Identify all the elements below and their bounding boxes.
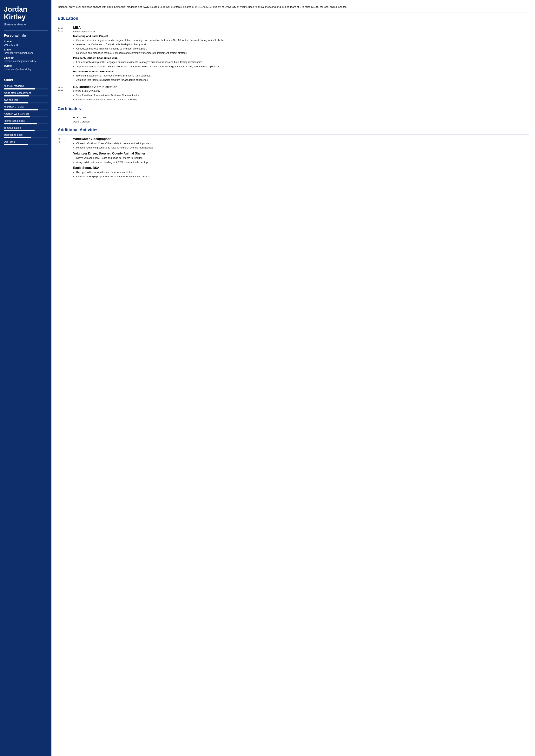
sub-activity-bullet: Drove vanloads of 50+ cats and dogs per … [76,156,529,160]
activity-content: Whitewater Videographer Chased rafts dow… [73,137,529,179]
sub-activity-title: Eagle Scout, BSA [73,166,529,170]
edu-project-title: Marketing and Sales Project [73,35,529,38]
email-value: jordanzkirtley@gmail.com [4,51,47,54]
skill-bar [4,102,47,103]
skill-bar [4,123,47,125]
twitter-value: twitter.com/jordanzkirtley [4,68,47,70]
edu-bullet: Admitted into Masters Scholar program fo… [76,78,529,82]
edu-bullet: Completed 6-credit senior project in fin… [76,98,529,101]
skill-name: financial modeling [4,84,47,87]
education-section: Education 2017 -2019 MBA University of M… [58,16,529,102]
sub-activity-bullet: Completed Eagle project that raised $4,3… [76,175,529,179]
edu-bullet: Conducted senior project in market segme… [76,38,529,42]
edu-school: University of Miami [73,30,529,33]
skill-bar [4,144,47,145]
linkedin-label: LinkedIn [4,56,47,59]
skill-item: Microsoft BI Suite [4,105,47,110]
candidate-title: Business Analyst [4,23,47,26]
phone-label: Phone [4,40,47,43]
sidebar-divider-1 [4,31,47,31]
skills-list: financial modeling future state assessme… [4,84,47,145]
education-entry: 2013 -2017 BS Business Administration Fl… [58,85,529,102]
edu-content: BS Business Administration Florida State… [73,85,529,102]
certificates-section: Certificates ECBA, IIBAAWS Certified [58,106,529,123]
edu-degree: MBA [73,26,529,30]
skill-name: work ethic [4,140,47,143]
education-title: Education [58,16,529,21]
edu-years: 2017 -2019 [58,26,73,82]
certificate-item: AWS Certified [58,120,529,123]
name-line2: Kirtley [4,13,26,21]
skill-name: gap analysis [4,98,47,101]
certificate-item: ECBA, IIBA [58,116,529,119]
education-list: 2017 -2019 MBA University of Miami Marke… [58,26,529,102]
skill-name: Microsoft BI Suite [4,105,47,108]
edu-school: Florida State University [73,89,529,92]
sub-activity-bullet: Recognized for work ethic and interperso… [76,170,529,174]
skill-bar [4,95,47,97]
skills-section: Skills financial modeling future state a… [4,78,47,145]
sub-activity-title: Volunteer Driver, Broward County Animal … [73,152,529,155]
edu-bullets: Led energetic group of 30+ engaged busin… [76,60,529,68]
skill-bar [4,130,47,131]
edu-bullets: Conducted senior project in market segme… [76,38,529,55]
summary: Insightful entry-level business analyst … [58,5,529,13]
edu-bullet: Conducted rigorous financial modeling to… [76,47,529,51]
edu-project-title: Pursued Educational Excellence [73,70,529,73]
activities-list: 2015 -2019 Whitewater Videographer Chase… [58,137,529,179]
sub-activity-bullets: Recognized for work ethic and interperso… [76,170,529,179]
edu-degree: BS Business Administration [73,85,529,89]
skill-item: work ethic [4,140,47,145]
twitter-label: Twitter [4,65,47,67]
phone-value: 305-730-3464 [4,43,47,46]
education-entry: 2017 -2019 MBA University of Miami Marke… [58,26,529,82]
edu-years: 2013 -2017 [58,85,73,102]
name-line1: Jordan [4,5,27,13]
sub-activity-bullets: Drove vanloads of 50+ cats and dogs per … [76,156,529,164]
edu-bullet: Excelled in accounting, macroeconomics, … [76,74,529,78]
skill-name: interpersonal skills [4,119,47,122]
skill-bar-fill [4,109,38,110]
sub-activity-bullet: Analyzed & restructured loading to fit 2… [76,160,529,164]
skill-bar [4,116,47,117]
skill-item: Amazon Web Services [4,112,47,117]
activity-years: 2015 -2019 [58,137,73,179]
edu-content: MBA University of Miami Marketing and Sa… [73,26,529,82]
skill-name: communication [4,126,47,129]
edu-bullet: Awarded the Catherine L. Gallardo schola… [76,42,529,46]
skill-item: financial modeling [4,84,47,90]
activity-bullets: Chased rafts down Class V rivers daily t… [76,142,529,150]
edu-bullet: Vice President, Association for Business… [76,93,529,97]
skill-name: attention to detail [4,133,47,136]
edu-bullet: Recruited and managed team of 5 students… [76,51,529,55]
skill-bar-fill [4,123,37,125]
edu-bullets: Excelled in accounting, macroeconomics, … [76,74,529,82]
skill-bar [4,88,47,90]
skill-item: future state assessment [4,92,47,97]
skill-name: Amazon Web Services [4,112,47,115]
edu-bullet: Supported and organized 10+ club events … [76,65,529,69]
main-content: Insightful entry-level business analyst … [51,0,535,756]
skill-bar [4,109,47,110]
skill-bar-fill [4,137,31,138]
skill-name: future state assessment [4,92,47,94]
skill-item: communication [4,126,47,131]
skill-bar-fill [4,116,30,117]
personal-info-title: Personal Info [4,34,47,38]
skill-bar-fill [4,130,35,131]
skill-bar-fill [4,88,35,90]
activities-section: Additional Activities 2015 -2019 Whitewa… [58,127,529,179]
skill-bar-fill [4,95,29,97]
skill-bar [4,137,47,138]
edu-bullet: Led energetic group of 30+ engaged busin… [76,60,529,64]
personal-info-section: Personal Info Phone 305-730-3464 E-mail … [4,34,47,70]
email-label: E-mail [4,48,47,51]
sidebar: Jordan Kirtley Business Analyst Personal… [0,0,51,756]
activity-entry: 2015 -2019 Whitewater Videographer Chase… [58,137,529,179]
skill-item: attention to detail [4,133,47,138]
skill-bar-fill [4,144,28,145]
activities-title: Additional Activities [58,127,529,132]
activity-bullet: Redesigned pricing scheme to reap 40% mo… [76,146,529,150]
skills-title: Skills [4,78,47,82]
candidate-name: Jordan Kirtley [4,5,47,21]
